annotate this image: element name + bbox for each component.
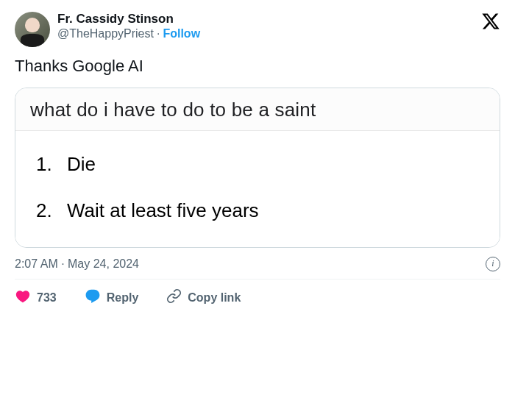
reply-button[interactable]: Reply: [85, 288, 139, 307]
user-handle[interactable]: @TheHappyPriest: [57, 27, 154, 40]
list-item: 2. Wait at least five years: [36, 196, 479, 225]
handle-row: @TheHappyPriest · Follow: [57, 27, 200, 40]
display-name[interactable]: Fr. Cassidy Stinson: [57, 12, 200, 26]
follow-link[interactable]: Follow: [163, 27, 200, 40]
reply-icon: [85, 288, 101, 307]
separator-dot: ·: [157, 27, 160, 40]
tweet-meta: 2:07 AM · May 24, 2024 i: [15, 257, 500, 271]
tweet-text: Thanks Google AI: [15, 56, 500, 77]
tweet-timestamp[interactable]: 2:07 AM · May 24, 2024: [15, 257, 139, 271]
tweet-header: Fr. Cassidy Stinson @TheHappyPriest · Fo…: [15, 12, 500, 47]
copy-label: Copy link: [188, 291, 241, 305]
reply-label: Reply: [107, 291, 139, 305]
answer-text: Wait at least five years: [67, 196, 259, 225]
avatar[interactable]: [15, 12, 50, 47]
embedded-screenshot[interactable]: what do i have to do to be a saint 1. Di…: [15, 88, 500, 248]
link-icon: [166, 288, 182, 307]
user-info: Fr. Cassidy Stinson @TheHappyPriest · Fo…: [57, 12, 200, 40]
search-query-text: what do i have to do to be a saint: [30, 99, 485, 121]
x-logo-icon[interactable]: [481, 12, 500, 31]
tweet-actions: 733 Reply Copy link: [15, 279, 500, 307]
answer-list: 1. Die 2. Wait at least five years: [15, 131, 500, 247]
info-icon[interactable]: i: [486, 257, 500, 271]
answer-number: 1.: [36, 150, 54, 179]
search-bar: what do i have to do to be a saint: [15, 88, 500, 131]
list-item: 1. Die: [36, 150, 479, 179]
heart-icon: [15, 288, 31, 307]
like-count: 733: [37, 291, 57, 305]
like-button[interactable]: 733: [15, 288, 57, 307]
copy-link-button[interactable]: Copy link: [166, 288, 241, 307]
answer-text: Die: [67, 150, 96, 179]
answer-number: 2.: [36, 196, 54, 225]
